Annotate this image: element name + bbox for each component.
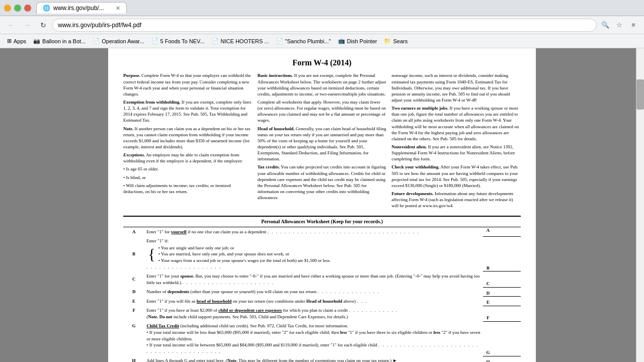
row-b-letter: B [123, 237, 144, 272]
form-title-text: Form W-4 (2014) [292, 58, 351, 67]
close-button[interactable] [24, 5, 31, 12]
form-title: Form W-4 (2014) [123, 57, 521, 68]
apps-icon: ⊞ [7, 38, 12, 44]
row-g-right-label: G [483, 321, 493, 356]
row-b-bullet1: • You are single and have only one job; … [158, 245, 479, 251]
operation-icon: 📄 [93, 38, 100, 44]
minimize-button[interactable] [4, 5, 11, 12]
complete-para: Complete all worksheets that apply. Howe… [258, 99, 387, 124]
row-b-right-label: B [483, 237, 493, 272]
row-d-input[interactable] [493, 287, 521, 297]
row-b-bullet2: • You are married, have only one job, an… [158, 251, 479, 257]
tax-label: Tax credits. [258, 164, 280, 169]
reload-button[interactable]: ↻ [36, 18, 50, 32]
worksheet-row-f: F Enter "1" if you have at least $2,000 … [123, 306, 521, 321]
bookmark-hooters[interactable]: 📄 NICE HOOTERS ... [209, 37, 272, 45]
col2: Basic instructions. If you are not exemp… [258, 72, 387, 211]
tax-text: You can take projected tax credits into … [258, 164, 386, 200]
pdf-viewer[interactable]: Form W-4 (2014) Purpose. Complete Form W… [0, 48, 644, 362]
row-h-letter: H [123, 356, 144, 362]
row-f-letter: F [123, 306, 144, 321]
row-d-letter: D [123, 287, 144, 297]
dish-icon: 📺 [338, 38, 345, 44]
bullet2: • Is blind, or [123, 174, 253, 180]
future-label: Future developments. [391, 191, 433, 196]
forward-button[interactable]: → [20, 18, 34, 32]
row-f-text: Enter "1" if you have at least $2,000 of… [144, 306, 483, 321]
tab-title: www.irs.gov/pub/... [53, 5, 104, 12]
exceptions-para: Exceptions. An employee may be able to c… [123, 152, 253, 164]
bookmark-hooters-label: NICE HOOTERS ... [221, 38, 269, 44]
search-page-button[interactable]: 🔍 [599, 19, 612, 32]
note-text: If another person can claim you as a dep… [123, 126, 251, 149]
exemption-para: Exemption from withholding. If you are e… [123, 99, 253, 124]
basic-para: Basic instructions. If you are not exemp… [258, 72, 387, 97]
row-a-right-label: A [483, 227, 493, 237]
bullet1: • Is age 65 or older. [123, 166, 253, 172]
row-c-text: Enter "1" for your spouse. But, you may … [144, 272, 483, 287]
wrench-menu-button[interactable]: ≡ [627, 19, 640, 32]
pdf-scrollbar[interactable] [636, 48, 644, 362]
exceptions-label: Exceptions. [123, 152, 145, 157]
row-f-right-label: F [483, 306, 493, 321]
worksheet-row-e: E Enter "1" if you will file as head of … [123, 297, 521, 306]
row-a-text: Enter "1" for yourself if no one else ca… [144, 227, 483, 237]
scrollbar-thumb[interactable] [636, 79, 644, 110]
note-label: Note. [123, 126, 133, 131]
head-label: Head of household. [258, 126, 295, 131]
worksheet-header: Personal Allowances Worksheet (Keep for … [123, 216, 521, 227]
basic-label: Basic instructions. [258, 73, 293, 78]
tab-close-button[interactable]: ✕ [116, 5, 120, 12]
worksheet-row-c: C Enter "1" for your spouse. But, you ma… [123, 272, 521, 287]
balloon-icon: 📷 [33, 38, 40, 44]
check-para: Check your withholding. After your Form … [391, 164, 521, 189]
tab-favicon: 🌐 [43, 5, 50, 12]
row-a-input[interactable] [493, 227, 521, 237]
bookmark-balloon[interactable]: 📷 Balloon in a Bot... [30, 37, 89, 45]
bookmark-operation-label: Operation Awar... [102, 38, 144, 44]
address-bar[interactable] [52, 19, 597, 32]
bookmark-dish-label: Dish Pointer [347, 38, 377, 44]
note-para: Note. If another person can claim you as… [123, 126, 253, 150]
browser-tab[interactable]: 🌐 www.irs.gov/pub/... ✕ [36, 2, 127, 14]
bookmark-sancho-label: "Sancho Plumbi..." [285, 38, 331, 44]
row-h-input[interactable] [493, 356, 521, 362]
bookmark-operation[interactable]: 📄 Operation Awar... [90, 37, 147, 45]
row-b-content: Enter "1" if: { • You are single and hav… [144, 237, 483, 272]
row-h-text: Add lines A through G and enter total he… [144, 356, 483, 362]
worksheet-row-b: B Enter "1" if: { • You are single and h… [123, 237, 521, 272]
row-e-input[interactable] [493, 297, 521, 306]
head-text: Generally, you can claim head of househo… [258, 126, 386, 162]
back-button[interactable]: ← [4, 18, 18, 32]
sancho-icon: 📄 [276, 38, 283, 44]
pdf-page: Form W-4 (2014) Purpose. Complete Form W… [108, 48, 536, 362]
row-c-input[interactable] [493, 272, 521, 287]
two-earners-text: If you have a working spouse or more tha… [391, 106, 519, 141]
row-e-letter: E [123, 297, 144, 306]
row-c-right-label: C [483, 272, 493, 287]
5foods-icon: 📄 [151, 38, 158, 44]
bookmark-sancho[interactable]: 📄 "Sancho Plumbi..." [273, 37, 334, 45]
bookmark-dish[interactable]: 📺 Dish Pointer [335, 37, 380, 45]
col1: Purpose. Complete Form W-4 so that your … [123, 72, 253, 211]
worksheet-row-a: A Enter "1" for yourself if no one else … [123, 227, 521, 237]
row-b-input[interactable] [493, 237, 521, 272]
bookmark-apps[interactable]: ⊞ Apps [4, 37, 29, 45]
row-f-input[interactable] [493, 306, 521, 321]
nonwage-para: nonwage income, such as interest or divi… [391, 72, 521, 103]
worksheet-table: A Enter "1" for yourself if no one else … [123, 227, 521, 362]
row-g-text: Child Tax Credit (including additional c… [144, 321, 483, 356]
worksheet-header-text: Personal Allowances Worksheet (Keep for … [261, 219, 383, 224]
row-g-input[interactable] [493, 321, 521, 356]
row-b-bullet3: • Your wages from a second job or your s… [158, 257, 479, 264]
sears-icon: 📁 [384, 38, 391, 44]
bookmark-balloon-label: Balloon in a Bot... [42, 38, 86, 44]
check-label: Check your withholding. [391, 164, 439, 169]
bookmark-5foods[interactable]: 📄 5 Foods To NEV... [148, 37, 208, 45]
browser-toolbar: ← → ↻ 🔍 ☆ ≡ [0, 16, 644, 34]
worksheet-row-g: G Child Tax Credit (including additional… [123, 321, 521, 356]
bookmark-star-button[interactable]: ☆ [613, 19, 626, 32]
bookmark-sears[interactable]: 📁 Sears [381, 37, 411, 45]
bookmarks-bar: ⊞ Apps 📷 Balloon in a Bot... 📄 Operation… [0, 34, 644, 48]
maximize-button[interactable] [14, 5, 21, 12]
